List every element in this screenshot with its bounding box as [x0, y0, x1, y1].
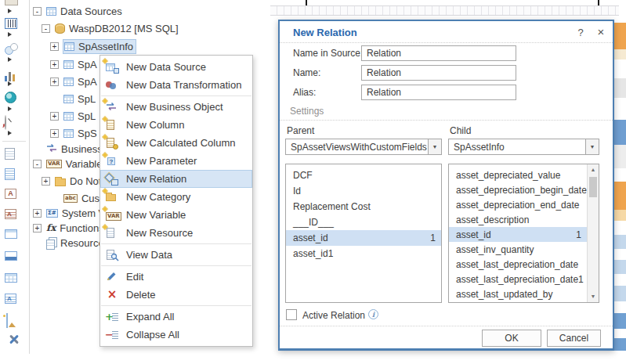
list-item-selected[interactable]: asset_id1: [449, 227, 587, 242]
menu-item-view-data[interactable]: View Data: [100, 246, 252, 264]
menu-item-new-data-transformation[interactable]: New Data Transformation: [100, 76, 252, 94]
folder-icon: [55, 178, 66, 186]
menu-item-new-parameter[interactable]: New Parameter: [100, 152, 252, 170]
child-select[interactable]: SpAssetInfo ▼: [448, 139, 599, 155]
image-icon[interactable]: [6, 313, 8, 328]
menu-item-new-business-object[interactable]: New Business Object: [100, 98, 252, 116]
list-item[interactable]: asset_last_updated_by: [449, 287, 587, 301]
info-icon[interactable]: [368, 309, 378, 319]
flyout-arrow-icon[interactable]: [8, 9, 12, 13]
tree-item-sps[interactable]: + SpS: [31, 125, 97, 141]
menu-item-new-category[interactable]: New Category: [100, 188, 252, 206]
flyout-arrow-icon[interactable]: [8, 131, 12, 135]
panel-footer-icon[interactable]: [5, 251, 17, 261]
collapse-icon[interactable]: -: [42, 24, 50, 33]
gauge-icon[interactable]: [5, 115, 6, 130]
active-relation-checkbox[interactable]: [286, 309, 297, 320]
matrix-partial-icon[interactable]: [5, 0, 18, 5]
tree-item-resources[interactable]: Resources: [31, 235, 109, 250]
menu-item-delete[interactable]: × Delete: [100, 286, 252, 304]
list-item[interactable]: Id: [286, 183, 441, 199]
list-item[interactable]: asset_last_depreciation_date: [449, 257, 587, 272]
tree-item-data-sources[interactable]: - Data Sources: [31, 3, 122, 19]
collapse-icon[interactable]: -: [33, 7, 42, 16]
list-item[interactable]: asset_depreciation_end_date: [449, 197, 587, 212]
list-item[interactable]: ___ID___: [286, 214, 441, 230]
expand-icon[interactable]: +: [33, 209, 42, 218]
scrollbar[interactable]: ▲ ▼: [587, 164, 599, 302]
menu-item-edit[interactable]: Edit: [100, 268, 252, 286]
scrollbar-thumb[interactable]: [589, 177, 597, 197]
tree-item-variables[interactable]: - VAR Variables: [31, 156, 107, 171]
collapse-icon[interactable]: -: [33, 160, 42, 168]
tree-item-spl-2[interactable]: + SpL: [31, 108, 96, 124]
label-a-icon[interactable]: A: [5, 189, 16, 199]
component-toolbar: A A A: [0, 0, 30, 354]
menu-item-label: Edit: [126, 271, 143, 283]
expand-icon[interactable]: +: [50, 60, 59, 69]
list-item[interactable]: asset_depreciation_begin_date: [449, 182, 587, 197]
chevron-down-icon[interactable]: ▼: [428, 139, 441, 154]
menu-item-new-calculated-column[interactable]: New Calculated Column: [100, 134, 252, 152]
menu-item-expand-all[interactable]: + Expand All: [100, 308, 252, 326]
tree-item-spa-2[interactable]: + SpA: [31, 74, 97, 89]
text-block-icon[interactable]: A: [5, 294, 16, 304]
cancel-button[interactable]: Cancel: [547, 330, 601, 347]
flyout-arrow-icon[interactable]: [8, 32, 12, 37]
rich-text-icon[interactable]: A: [5, 209, 16, 219]
help-icon[interactable]: ?: [575, 27, 586, 38]
settings-divider: [280, 120, 613, 121]
chevron-down-icon[interactable]: ▼: [585, 139, 599, 154]
alias-input[interactable]: [361, 85, 516, 100]
list-item[interactable]: Replacement Cost: [286, 199, 441, 214]
menu-item-new-relation[interactable]: New Relation: [100, 170, 252, 188]
tree-item-spl-1[interactable]: SpL: [31, 91, 96, 106]
expand-icon[interactable]: +: [50, 77, 59, 86]
name-in-source-input[interactable]: [361, 45, 516, 61]
list-item-selected[interactable]: asset_id1: [286, 230, 441, 246]
name-input[interactable]: [361, 65, 516, 81]
list-item[interactable]: asset_inv_quantity: [449, 242, 587, 257]
menu-item-new-column[interactable]: New Column: [100, 116, 252, 134]
tree-item-system-variables[interactable]: + Σ# System Va: [31, 205, 110, 221]
lined-page-icon[interactable]: [5, 168, 15, 180]
expand-icon[interactable]: +: [42, 177, 50, 186]
menu-item-new-variable[interactable]: VAR New Variable: [100, 206, 252, 224]
ruler-tick: [306, 0, 307, 5]
tree-item-spassetinfo[interactable]: + SpAssetInfo: [31, 38, 136, 54]
flyout-arrow-icon[interactable]: [8, 106, 12, 111]
list-item-label: asset_depreciated_value: [456, 170, 560, 181]
list-item[interactable]: asset_description: [449, 212, 587, 227]
close-icon[interactable]: ×: [595, 25, 607, 38]
list-item[interactable]: asset_last_depreciation_date1: [449, 272, 587, 287]
expand-icon[interactable]: +: [33, 224, 42, 232]
list-item[interactable]: asset_id1: [286, 246, 441, 261]
page-icon[interactable]: [5, 148, 15, 160]
expand-icon[interactable]: +: [50, 42, 59, 51]
flyout-arrow-icon[interactable]: [8, 57, 12, 62]
tree-item-do-not[interactable]: + Do Not: [31, 173, 101, 189]
calculated-column-icon: [105, 136, 119, 150]
list-item[interactable]: asset_depreciated_value: [449, 168, 587, 182]
tree-item-functions[interactable]: + fx Functions: [31, 220, 104, 236]
barcode-icon[interactable]: [5, 18, 17, 29]
selected-tree-item[interactable]: SpAssetInfo: [63, 40, 136, 53]
flyout-arrow-icon[interactable]: [8, 81, 12, 86]
database-icon: [55, 23, 65, 34]
scroll-down-icon[interactable]: ▼: [588, 291, 599, 302]
menu-item-new-resource[interactable]: New Resource: [100, 224, 252, 242]
tree-item-waspdb2012[interactable]: - WaspDB2012 [MS SQL]: [31, 20, 179, 36]
scroll-up-icon[interactable]: ▲: [588, 164, 599, 175]
list-item[interactable]: DCF: [286, 168, 441, 183]
tree-item-spa-1[interactable]: + SpA: [31, 56, 97, 72]
menu-item-new-data-source[interactable]: New Data Source: [100, 58, 252, 76]
panel-header-icon[interactable]: [5, 229, 17, 239]
table-icon[interactable]: [5, 273, 17, 283]
dialog-title: New Relation: [293, 27, 357, 38]
globe-icon[interactable]: [5, 92, 16, 103]
parent-select[interactable]: SpAssetViewsWithCustomFields ▼: [285, 139, 442, 155]
expand-icon[interactable]: +: [50, 112, 59, 121]
expand-icon[interactable]: +: [50, 129, 59, 138]
ok-button[interactable]: OK: [482, 330, 541, 347]
menu-item-collapse-all[interactable]: − Collapse All: [100, 326, 252, 344]
